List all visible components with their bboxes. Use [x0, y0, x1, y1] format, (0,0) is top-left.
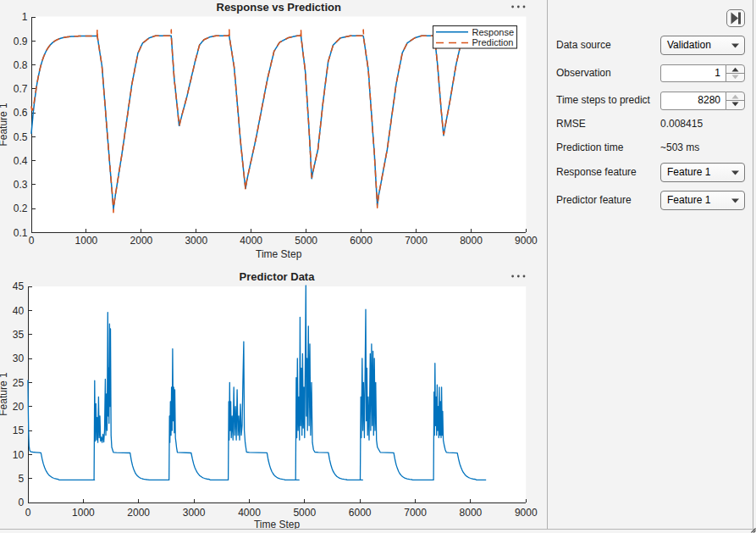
svg-text:Feature 1: Feature 1: [0, 372, 9, 416]
svg-text:3000: 3000: [183, 507, 206, 519]
svg-text:6000: 6000: [349, 507, 372, 519]
svg-text:35: 35: [13, 329, 25, 341]
svg-text:0.9: 0.9: [14, 36, 28, 47]
svg-text:0.5: 0.5: [14, 131, 28, 143]
svg-text:3000: 3000: [185, 235, 207, 247]
svg-text:0.3: 0.3: [14, 179, 28, 191]
svg-text:Predictor Data: Predictor Data: [240, 270, 316, 283]
svg-text:8000: 8000: [460, 235, 483, 247]
svg-text:1: 1: [22, 11, 28, 23]
svg-text:5000: 5000: [295, 235, 317, 247]
svg-text:0.1: 0.1: [14, 227, 28, 239]
svg-text:1000: 1000: [75, 235, 98, 247]
svg-text:9000: 9000: [515, 507, 538, 519]
svg-text:1000: 1000: [72, 507, 95, 519]
svg-text:5000: 5000: [293, 507, 316, 519]
svg-text:0.8: 0.8: [14, 59, 28, 71]
svg-text:5: 5: [18, 473, 24, 485]
svg-text:7000: 7000: [405, 235, 428, 247]
svg-text:7000: 7000: [404, 507, 427, 519]
svg-text:0.4: 0.4: [14, 155, 28, 167]
svg-text:Feature 1: Feature 1: [0, 103, 9, 147]
svg-text:4000: 4000: [238, 507, 261, 519]
svg-text:2000: 2000: [127, 507, 150, 519]
svg-text:0.2: 0.2: [14, 203, 28, 214]
svg-text:8000: 8000: [460, 507, 483, 519]
svg-text:0.7: 0.7: [14, 83, 28, 95]
svg-text:Prediction: Prediction: [472, 37, 514, 47]
svg-text:30: 30: [13, 353, 25, 364]
svg-text:0: 0: [29, 235, 35, 247]
svg-text:9000: 9000: [515, 235, 538, 247]
svg-text:Time Step: Time Step: [256, 248, 302, 260]
svg-text:0.6: 0.6: [14, 107, 28, 119]
svg-text:0: 0: [25, 507, 31, 519]
svg-text:10: 10: [13, 449, 25, 461]
svg-text:Response vs Prediction: Response vs Prediction: [217, 1, 341, 14]
svg-text:6000: 6000: [350, 235, 372, 247]
svg-text:0: 0: [18, 497, 24, 508]
svg-text:25: 25: [13, 377, 25, 389]
svg-text:15: 15: [13, 425, 25, 436]
svg-text:2000: 2000: [130, 235, 153, 247]
svg-text:20: 20: [13, 401, 25, 413]
svg-text:Response: Response: [472, 27, 515, 37]
svg-text:40: 40: [13, 305, 25, 317]
svg-text:45: 45: [13, 280, 25, 292]
svg-text:4000: 4000: [240, 235, 262, 247]
